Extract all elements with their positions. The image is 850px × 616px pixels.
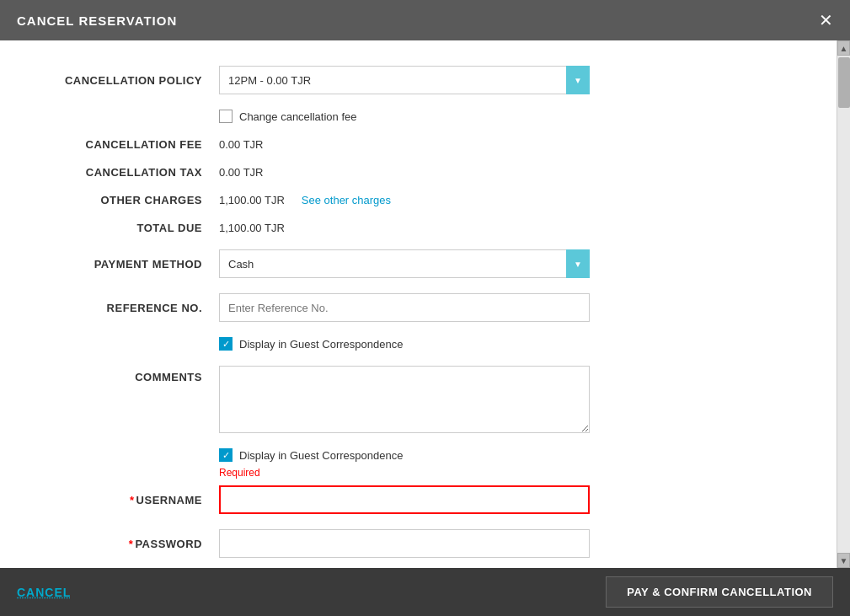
modal-body: CANCELLATION POLICY 12PM - 0.00 TJR Chan… [0, 40, 850, 568]
payment-method-select[interactable]: Cash [219, 249, 590, 278]
payment-method-row: PAYMENT METHOD Cash [34, 249, 803, 278]
display-guest-row-2: Display in Guest Correspondence [34, 448, 803, 462]
display-guest-row-1: Display in Guest Correspondence [34, 337, 803, 351]
comments-label: COMMENTS [34, 371, 219, 383]
password-input[interactable] [219, 529, 590, 558]
cancellation-fee-label: CANCELLATION FEE [34, 138, 219, 151]
payment-method-select-wrapper[interactable]: Cash [219, 249, 590, 278]
username-label: USERNAME [34, 494, 219, 506]
reference-no-row: REFERENCE NO. [34, 293, 803, 322]
cancellation-policy-row: CANCELLATION POLICY 12PM - 0.00 TJR [34, 66, 803, 94]
cancellation-policy-select-wrapper[interactable]: 12PM - 0.00 TJR [219, 66, 590, 94]
scrollbar-track [837, 56, 850, 553]
change-fee-label: Change cancellation fee [239, 110, 357, 123]
cancellation-tax-row: CANCELLATION TAX 0.00 TJR [34, 166, 803, 179]
comments-row: COMMENTS [34, 366, 803, 433]
reference-no-label: REFERENCE NO. [34, 302, 219, 314]
modal-footer: CANCEL PAY & CONFIRM CANCELLATION [0, 568, 850, 616]
total-due-label: TOTAL DUE [34, 222, 219, 234]
display-guest-checkbox-2[interactable] [219, 448, 233, 462]
other-charges-row: OTHER CHARGES 1,100.00 TJR See other cha… [34, 194, 803, 206]
close-button[interactable]: ✕ [819, 12, 833, 29]
other-charges-value: 1,100.00 TJR [219, 194, 285, 206]
cancel-button[interactable]: CANCEL [17, 586, 71, 599]
scrollbar-thumb[interactable] [838, 57, 850, 108]
total-due-row: TOTAL DUE 1,100.00 TJR [34, 222, 803, 234]
total-due-value: 1,100.00 TJR [219, 222, 285, 234]
cancellation-tax-value: 0.00 TJR [219, 166, 264, 179]
cancellation-fee-row: CANCELLATION FEE 0.00 TJR [34, 138, 803, 151]
display-guest-label-1: Display in Guest Correspondence [239, 338, 403, 351]
change-fee-checkbox-row: Change cancellation fee [34, 110, 803, 123]
other-charges-content: 1,100.00 TJR See other charges [219, 194, 391, 206]
display-guest-label-2: Display in Guest Correspondence [239, 449, 403, 462]
cancellation-fee-value: 0.00 TJR [219, 138, 264, 151]
scrollbar-down-arrow[interactable]: ▼ [837, 553, 850, 568]
see-other-charges-link[interactable]: See other charges [302, 194, 391, 206]
payment-method-label: PAYMENT METHOD [34, 258, 219, 271]
cancellation-policy-label: CANCELLATION POLICY [34, 74, 219, 87]
change-fee-checkbox[interactable] [219, 110, 233, 123]
required-text: Required [34, 467, 803, 479]
scrollbar: ▲ ▼ [837, 40, 850, 568]
modal-title: CANCEL RESERVATION [17, 13, 177, 28]
password-row: PASSWORD [34, 529, 803, 558]
password-label: PASSWORD [34, 538, 219, 550]
username-row: USERNAME [34, 485, 803, 514]
cancellation-tax-label: CANCELLATION TAX [34, 166, 219, 179]
display-guest-checkbox-1[interactable] [219, 337, 233, 351]
other-charges-label: OTHER CHARGES [34, 194, 219, 206]
modal-content: CANCELLATION POLICY 12PM - 0.00 TJR Chan… [0, 40, 837, 568]
scrollbar-up-arrow[interactable]: ▲ [837, 40, 850, 56]
reference-no-input[interactable] [219, 293, 590, 322]
comments-textarea[interactable] [219, 366, 590, 433]
cancel-reservation-modal: CANCEL RESERVATION ✕ CANCELLATION POLICY… [0, 0, 850, 616]
cancellation-policy-select[interactable]: 12PM - 0.00 TJR [219, 66, 590, 94]
username-input[interactable] [219, 485, 590, 514]
modal-header: CANCEL RESERVATION ✕ [0, 0, 850, 40]
confirm-button[interactable]: PAY & CONFIRM CANCELLATION [606, 576, 833, 608]
